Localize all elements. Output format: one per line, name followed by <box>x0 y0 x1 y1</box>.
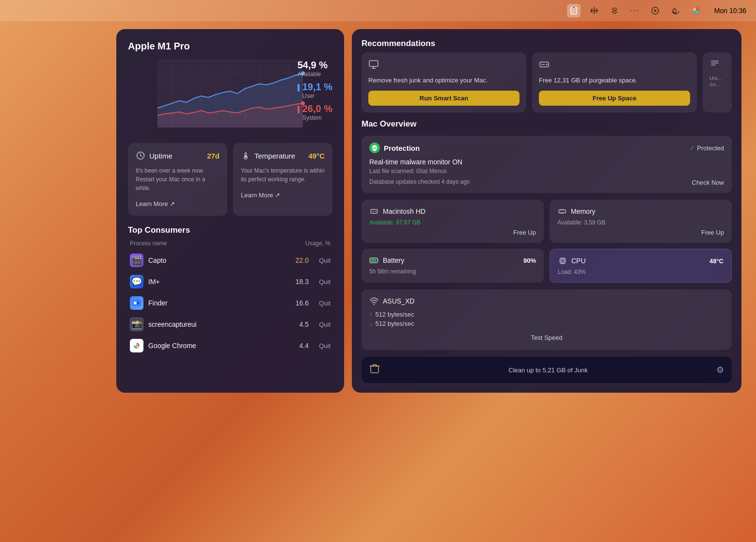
cpu-icon <box>558 256 567 266</box>
rec-card-smart-scan: Remove fresh junk and optimize your Mac.… <box>362 52 526 112</box>
play-icon[interactable] <box>648 4 662 17</box>
download-speed: ↓ 512 bytes/sec <box>369 320 724 327</box>
right-panel: Recommendations Remove fresh junk and op… <box>352 29 741 393</box>
recommendations-section: Recommendations Remove fresh junk and op… <box>362 39 732 112</box>
finder-icon <box>130 296 143 310</box>
settings-button[interactable]: ⚙ <box>716 365 724 375</box>
audio-icon[interactable] <box>669 4 682 17</box>
svg-rect-6 <box>673 9 676 13</box>
process-row-implus: 💬 IM+ 18.3 Quit <box>128 271 332 292</box>
protection-card: Protection ✓ Protected Real-time malware… <box>362 136 732 193</box>
network-speeds: ↑ 512 bytes/sec ↓ 512 bytes/sec <box>369 311 724 327</box>
battery-icon <box>369 255 379 265</box>
menubar: ··· Mon 10:36 <box>0 0 756 21</box>
temperature-card: Temperature 49°C Your Mac's temperature … <box>233 143 332 216</box>
svg-rect-31 <box>559 210 566 213</box>
recommendations-title: Recommendations <box>362 39 732 48</box>
mac-overview-title: Mac Overview <box>362 119 732 129</box>
svg-point-18 <box>134 302 137 304</box>
wifi-icon <box>369 296 379 306</box>
rec-card-free-space: Free 12,31 GB of purgeable space. Free U… <box>532 52 697 112</box>
capto-icon: 🎬 <box>130 254 143 267</box>
implus-icon: 💬 <box>130 275 143 288</box>
left-panel: Apple M1 Pro <box>116 29 344 393</box>
clipboard-icon[interactable] <box>567 4 581 17</box>
hdd-icon <box>539 59 690 72</box>
mac-overview-section: Mac Overview <box>362 119 732 129</box>
left-panel-title: Apple M1 Pro <box>128 41 332 52</box>
more-icon[interactable]: ··· <box>628 4 642 17</box>
panels-container: Apple M1 Pro <box>116 29 741 393</box>
protection-status: ✓ Protected <box>690 144 724 152</box>
menubar-time: Mon 10:36 <box>714 7 746 15</box>
shield-icon <box>369 143 380 153</box>
stats-grid: Macintosh HD Available: 87,67 GB Free Up <box>362 200 732 283</box>
check-now-button[interactable]: Check Now <box>692 179 724 186</box>
top-consumers-section: Top Consumers Process name Usage, % 🎬 Ca… <box>128 225 332 356</box>
svg-rect-39 <box>378 259 378 261</box>
uptime-learn-more[interactable]: Learn More ↗ <box>136 200 175 207</box>
upload-speed: ↑ 512 bytes/sec <box>369 311 724 318</box>
chart-area: 54,9 % Available 19,1 % User 26,0 % Syst… <box>128 60 332 137</box>
stats-row: Uptime 27d It's been over a week now. Re… <box>128 143 332 216</box>
quit-screencapture[interactable]: Quit <box>314 321 331 328</box>
disk-icon <box>369 207 379 216</box>
svg-rect-56 <box>371 366 378 373</box>
move-icon[interactable] <box>587 4 601 17</box>
svg-rect-22 <box>369 61 378 66</box>
chart-legend: 54,9 % Available 19,1 % User 26,0 % Syst… <box>298 60 332 121</box>
svg-point-19 <box>137 302 140 304</box>
table-header: Process name Usage, % <box>128 240 332 247</box>
bottom-bar: Clean up to 5,21 GB of Junk ⚙ <box>362 357 732 383</box>
svg-rect-42 <box>561 259 564 262</box>
battery-card: Battery 90% 5h 58m remaining <box>362 249 544 283</box>
junk-text: Clean up to 5,21 GB of Junk <box>508 367 587 374</box>
dropbox-icon[interactable] <box>608 4 621 17</box>
legend-available: 54,9 % Available <box>298 60 332 78</box>
svg-point-21 <box>136 345 138 347</box>
svg-point-29 <box>376 211 377 212</box>
color-icon[interactable] <box>689 4 703 17</box>
memory-icon <box>557 207 567 216</box>
run-smart-scan-button[interactable]: Run Smart Scan <box>368 91 520 106</box>
legend-user: 19,1 % User <box>298 81 332 99</box>
quit-capto[interactable]: Quit <box>314 257 331 264</box>
recommendations-row: Remove fresh junk and optimize your Mac.… <box>362 52 732 112</box>
macintosh-hd-card: Macintosh HD Available: 87,67 GB Free Up <box>362 200 544 243</box>
quit-chrome[interactable]: Quit <box>314 342 331 350</box>
quit-finder[interactable]: Quit <box>314 300 331 307</box>
quit-implus[interactable]: Quit <box>314 278 331 286</box>
process-row-finder: Finder 16.6 Quit <box>128 292 332 314</box>
process-row-chrome: Google Chrome 4.4 Quit <box>128 335 332 356</box>
test-speed-button[interactable]: Test Speed <box>369 332 724 343</box>
legend-system: 26,0 % System <box>298 103 332 121</box>
macintosh-hd-free-up[interactable]: Free Up <box>369 229 536 236</box>
process-row-capto: 🎬 Capto 22.0 Quit <box>128 250 332 271</box>
thermometer-icon <box>241 151 251 160</box>
top-consumers-title: Top Consumers <box>128 225 332 235</box>
svg-rect-40 <box>371 259 377 262</box>
chrome-icon <box>130 339 143 352</box>
uptime-card: Uptime 27d It's been over a week now. Re… <box>128 143 227 216</box>
svg-point-55 <box>374 304 375 305</box>
rec-card-partial: Uni... dor... <box>703 52 732 112</box>
junk-icon <box>369 364 380 376</box>
temp-learn-more[interactable]: Learn More ↗ <box>241 191 280 199</box>
screencapture-icon: 📸 <box>130 318 143 331</box>
menubar-icons: ··· <box>567 4 703 17</box>
free-up-space-button[interactable]: Free Up Space <box>539 91 690 106</box>
svg-point-26 <box>546 64 548 65</box>
process-row-screencapture: 📸 screencaptureui 4.5 Quit <box>128 314 332 335</box>
clock-icon <box>136 151 145 160</box>
monitor-icon <box>368 59 520 72</box>
memory-card: Memory Available: 3,59 GB Free Up <box>550 200 732 243</box>
memory-free-up[interactable]: Free Up <box>557 229 724 236</box>
cpu-card: CPU 48°C Load: 43% <box>550 249 732 283</box>
svg-rect-1 <box>572 7 575 8</box>
network-card: ASUS_XD ↑ 512 bytes/sec ↓ 512 bytes/sec … <box>362 289 732 350</box>
